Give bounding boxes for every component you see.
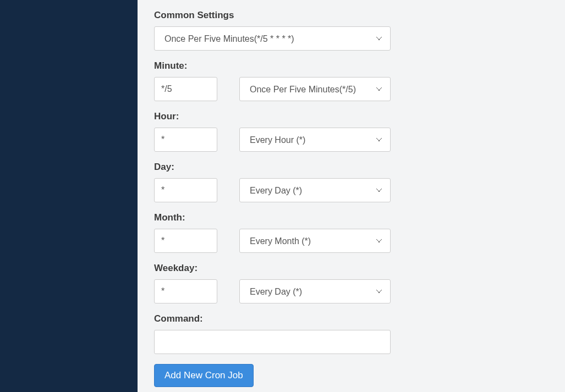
hour-select[interactable]: Every Hour (*) [239,128,391,152]
minute-select-wrap: Once Per Five Minutes(*/5) [239,77,391,101]
common-settings-label: Common Settings [154,10,548,21]
common-settings-select[interactable]: Once Per Five Minutes(*/5 * * * *) [154,26,391,51]
command-group: Command: [154,313,548,354]
app-shell: Common Settings Once Per Five Minutes(*/… [0,0,565,392]
sidebar [0,0,138,392]
weekday-label: Weekday: [154,263,548,274]
day-row: Every Day (*) [154,178,548,202]
add-cron-job-button[interactable]: Add New Cron Job [154,364,254,387]
day-label: Day: [154,162,548,173]
minute-group: Minute: Once Per Five Minutes(*/5) [154,60,548,101]
minute-label: Minute: [154,60,548,71]
hour-label: Hour: [154,111,548,122]
month-row: Every Month (*) [154,229,548,253]
weekday-row: Every Day (*) [154,279,548,303]
weekday-select[interactable]: Every Day (*) [239,279,391,303]
common-settings-select-wrap: Once Per Five Minutes(*/5 * * * *) [154,26,391,51]
minute-row: Once Per Five Minutes(*/5) [154,77,548,101]
month-label: Month: [154,212,548,223]
minute-select[interactable]: Once Per Five Minutes(*/5) [239,77,391,101]
day-select-wrap: Every Day (*) [239,178,391,202]
day-select[interactable]: Every Day (*) [239,178,391,202]
weekday-input[interactable] [154,279,217,303]
hour-group: Hour: Every Hour (*) [154,111,548,152]
day-input[interactable] [154,178,217,202]
common-settings-group: Common Settings Once Per Five Minutes(*/… [154,10,548,51]
weekday-select-wrap: Every Day (*) [239,279,391,303]
month-input[interactable] [154,229,217,253]
hour-select-wrap: Every Hour (*) [239,128,391,152]
month-select-wrap: Every Month (*) [239,229,391,253]
minute-input[interactable] [154,77,217,101]
command-label: Command: [154,313,548,324]
hour-input[interactable] [154,128,217,152]
month-group: Month: Every Month (*) [154,212,548,253]
command-input[interactable] [154,330,391,354]
weekday-group: Weekday: Every Day (*) [154,263,548,303]
hour-row: Every Hour (*) [154,128,548,152]
month-select[interactable]: Every Month (*) [239,229,391,253]
content: Common Settings Once Per Five Minutes(*/… [138,0,565,392]
day-group: Day: Every Day (*) [154,162,548,202]
